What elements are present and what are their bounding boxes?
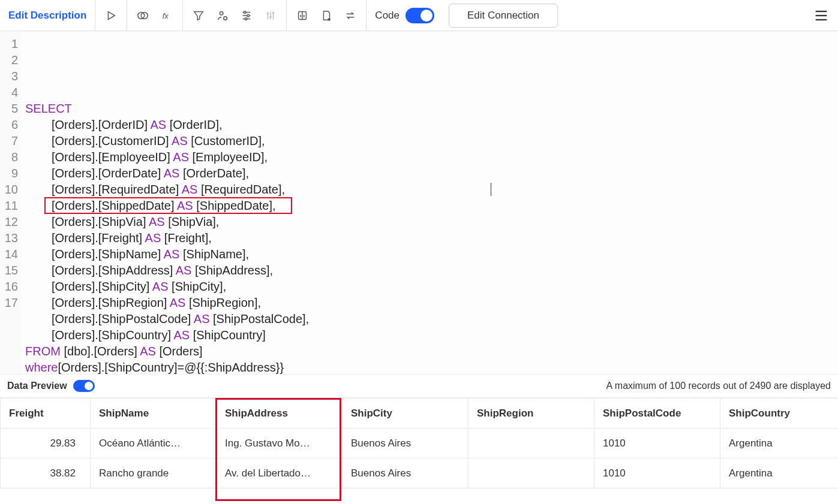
svg-point-22 [328, 18, 331, 21]
line-number: 12 [0, 214, 18, 230]
cell[interactable] [468, 428, 594, 458]
svg-point-9 [247, 14, 250, 17]
col-header-shipcountry[interactable]: ShipCountry [720, 399, 839, 428]
line-number: 6 [0, 117, 18, 133]
data-preview-bar: Data Preview A maximum of 100 records ou… [0, 374, 838, 398]
menu-button[interactable] [809, 4, 833, 28]
cell[interactable]: Ing. Gustavo Mo… [217, 428, 343, 458]
cell[interactable]: Océano Atlántic… [91, 428, 217, 458]
cell[interactable]: 1010 [594, 428, 720, 458]
line-number: 17 [0, 295, 18, 311]
data-grid-wrap: Freight ShipName ShipAddress ShipCity Sh… [0, 398, 838, 504]
col-header-shippostalcode[interactable]: ShipPostalCode [594, 399, 720, 428]
cell[interactable]: Buenos Aires [343, 458, 468, 488]
cell[interactable]: Argentina [720, 428, 839, 458]
svg-text:fx: fx [163, 11, 169, 20]
svg-point-11 [245, 17, 248, 20]
line-number: 4 [0, 84, 18, 101]
edit-description-button[interactable]: Edit Description [0, 0, 95, 31]
text-caret [491, 183, 491, 196]
page-dot-icon [320, 9, 333, 22]
data-preview-label: Data Preview [7, 381, 67, 391]
line-number: 1 [0, 36, 18, 52]
filter-button[interactable] [187, 4, 211, 28]
line-number: 11 [0, 198, 18, 214]
venn-icon [136, 9, 149, 22]
code-line[interactable]: SELECT [25, 101, 838, 117]
columns-config-button[interactable] [290, 4, 314, 28]
line-number: 13 [0, 230, 18, 246]
cell[interactable]: Rancho grande [91, 458, 217, 488]
code-line[interactable]: [Orders].[ShipVia] AS [ShipVia], [25, 214, 838, 230]
expression-button[interactable]: fx [155, 4, 179, 28]
line-number: 8 [0, 149, 18, 165]
code-line[interactable]: [Orders].[ShipAddress] AS [ShipAddress], [25, 262, 838, 279]
cell[interactable]: Argentina [720, 458, 839, 488]
swap-button[interactable] [338, 4, 362, 28]
line-number: 2 [0, 52, 18, 68]
col-header-shipaddress[interactable]: ShipAddress [217, 399, 343, 428]
code-line[interactable]: [Orders].[OrderID] AS [OrderID], [25, 117, 838, 133]
line-number: 10 [0, 182, 18, 198]
cell[interactable]: Av. del Libertado… [217, 458, 343, 488]
table-row[interactable]: 38.82Rancho grandeAv. del Libertado…Buen… [1, 458, 839, 488]
table-row[interactable]: 29.83Océano Atlántic…Ing. Gustavo Mo…Bue… [1, 428, 839, 458]
line-number: 5 [0, 101, 18, 117]
data-preview-status: A maximum of 100 records out of 2490 are… [606, 381, 831, 391]
col-header-shipcity[interactable]: ShipCity [343, 399, 468, 428]
data-grid[interactable]: Freight ShipName ShipAddress ShipCity Sh… [0, 398, 838, 488]
code-line[interactable]: [Orders].[Freight] AS [Freight], [25, 230, 838, 246]
cell[interactable]: 38.82 [1, 458, 91, 488]
run-button[interactable] [99, 4, 123, 28]
code-area[interactable]: SELECT[Orders].[OrderID] AS [OrderID],[O… [22, 31, 838, 374]
sliders-icon [240, 9, 253, 22]
play-icon [104, 9, 118, 22]
cell[interactable] [468, 458, 594, 488]
code-line[interactable]: where[Orders].[ShipCountry]=@{{:ShipAddr… [25, 360, 838, 374]
code-line[interactable]: [Orders].[ShipRegion] AS [ShipRegion], [25, 295, 838, 311]
code-line[interactable]: [Orders].[ShipName] AS [ShipName], [25, 246, 838, 262]
col-header-shipname[interactable]: ShipName [91, 399, 217, 428]
code-line[interactable]: [Orders].[EmployeeID] AS [EmployeeID], [25, 149, 838, 165]
funnel-icon [192, 9, 205, 22]
code-line[interactable]: [Orders].[ShipPostalCode] AS [ShipPostal… [25, 311, 838, 327]
svg-point-7 [244, 11, 247, 13]
line-number: 9 [0, 165, 18, 182]
fx-icon: fx [160, 9, 173, 22]
data-preview-toggle[interactable] [73, 380, 95, 392]
line-number: 14 [0, 246, 18, 262]
svg-point-4 [220, 11, 224, 14]
code-toggle[interactable] [406, 8, 434, 23]
parameter-button[interactable] [211, 4, 235, 28]
code-line[interactable]: [Orders].[OrderDate] AS [OrderDate], [25, 165, 838, 182]
line-number-gutter: 1234567891011121314151617 [0, 31, 22, 374]
columns-icon [296, 9, 309, 22]
page-button[interactable] [314, 4, 338, 28]
join-button[interactable] [131, 4, 155, 28]
hamburger-icon [813, 7, 830, 24]
line-number: 15 [0, 262, 18, 279]
settings-sliders-button[interactable] [235, 4, 259, 28]
line-number: 3 [0, 68, 18, 84]
col-header-shipregion[interactable]: ShipRegion [468, 399, 594, 428]
cell[interactable]: Buenos Aires [343, 428, 468, 458]
cell[interactable]: 29.83 [1, 428, 91, 458]
equalizer-icon [264, 9, 277, 22]
user-gear-icon [216, 9, 229, 22]
cell[interactable]: 1010 [594, 458, 720, 488]
code-line[interactable]: [Orders].[ShippedDate] AS [ShippedDate], [25, 198, 838, 214]
code-line[interactable]: FROM [dbo].[Orders] AS [Orders] [25, 343, 838, 360]
swap-icon [344, 9, 357, 22]
sql-editor[interactable]: 1234567891011121314151617 SELECT[Orders]… [0, 31, 838, 374]
edit-connection-button[interactable]: Edit Connection [449, 4, 558, 28]
grid-header-row: Freight ShipName ShipAddress ShipCity Sh… [1, 399, 839, 428]
code-line[interactable]: [Orders].[RequiredDate] AS [RequiredDate… [25, 182, 838, 198]
code-line[interactable]: [Orders].[ShipCountry] AS [ShipCountry] [25, 327, 838, 343]
code-line[interactable]: [Orders].[CustomerID] AS [CustomerID], [25, 133, 838, 149]
equalizer-button [259, 4, 283, 28]
line-number: 16 [0, 279, 18, 295]
line-number: 7 [0, 133, 18, 149]
code-line[interactable]: [Orders].[ShipCity] AS [ShipCity], [25, 279, 838, 295]
col-header-freight[interactable]: Freight [1, 399, 91, 428]
svg-marker-0 [109, 11, 115, 19]
